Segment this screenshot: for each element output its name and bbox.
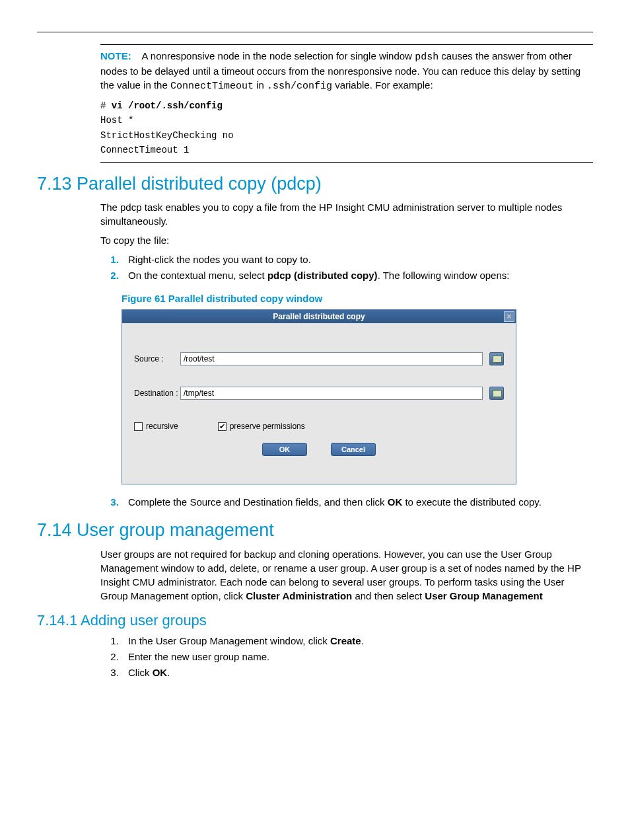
code-block: # vi /root/.ssh/config Host * StrictHost… xyxy=(37,98,593,158)
ug-step-1: In the User Group Management window, cli… xyxy=(122,634,593,648)
step-3: Complete the Source and Destination fiel… xyxy=(122,495,593,509)
source-input[interactable] xyxy=(180,352,483,365)
note-block: NOTE: A nonresponsive node in the node s… xyxy=(37,44,593,93)
note-label: NOTE: xyxy=(100,50,131,61)
dialog-title-text: Parallel distributed copy xyxy=(273,312,365,321)
pdcp-dialog: Parallel distributed copy × Source : Des… xyxy=(122,309,516,484)
note-code2: ConnectTimeout xyxy=(170,81,254,92)
browse-destination-button[interactable] xyxy=(489,387,504,400)
note-top-rule xyxy=(100,44,593,45)
close-icon[interactable]: × xyxy=(504,311,514,322)
recursive-checkbox-box[interactable] xyxy=(134,422,143,431)
destination-row: Destination : xyxy=(134,387,504,400)
note-code1: pdsh xyxy=(415,52,438,63)
note-bottom-rule xyxy=(100,162,593,163)
heading-714: 7.14 User group management xyxy=(37,518,593,543)
heading-713: 7.13 Parallel distributed copy (pdcp) xyxy=(37,172,593,197)
steps-713: Right-click the nodes you want to copy t… xyxy=(37,252,593,282)
note-text: NOTE: A nonresponsive node in the node s… xyxy=(100,49,593,93)
note-run1: A nonresponsive node in the node selecti… xyxy=(142,50,415,61)
destination-input[interactable] xyxy=(180,387,483,400)
preserve-checkbox-box[interactable]: ✔ xyxy=(218,422,227,431)
recursive-checkbox-label: recursive xyxy=(146,421,178,432)
recursive-checkbox[interactable]: recursive xyxy=(134,421,178,432)
note-code3: .ssh/config xyxy=(267,81,332,92)
para-714: User groups are not required for backup … xyxy=(37,547,593,603)
preserve-checkbox[interactable]: ✔ preserve permissions xyxy=(218,421,305,432)
source-row: Source : xyxy=(134,352,504,365)
ug-step-2: Enter the new user group name. xyxy=(122,650,593,664)
top-rule xyxy=(37,32,593,32)
steps-7141: In the User Group Management window, cli… xyxy=(37,634,593,679)
ok-button[interactable]: OK xyxy=(262,443,307,456)
preserve-checkbox-label: preserve permissions xyxy=(230,421,305,432)
step-2: On the contextual menu, select pdcp (dis… xyxy=(122,268,593,282)
source-label: Source : xyxy=(134,354,180,365)
para-713-1: The pdcp task enables you to copy a file… xyxy=(37,200,593,228)
heading-7141: 7.14.1 Adding user groups xyxy=(37,611,593,631)
destination-label: Destination : xyxy=(134,388,180,399)
cancel-button[interactable]: Cancel xyxy=(331,443,376,456)
step-1: Right-click the nodes you want to copy t… xyxy=(122,252,593,266)
note-run3: in xyxy=(254,79,267,91)
browse-source-button[interactable] xyxy=(489,352,504,365)
checkbox-row: recursive ✔ preserve permissions xyxy=(134,421,504,432)
ug-step-3: Click OK. xyxy=(122,666,593,679)
para-713-2: To copy the file: xyxy=(37,233,593,247)
figure-caption: Figure 61 Parallel distributed copy wind… xyxy=(37,291,593,305)
dialog-titlebar: Parallel distributed copy × xyxy=(122,310,516,323)
note-run4: variable. For example: xyxy=(332,79,433,91)
steps-713-cont: Complete the Source and Destination fiel… xyxy=(37,495,593,509)
